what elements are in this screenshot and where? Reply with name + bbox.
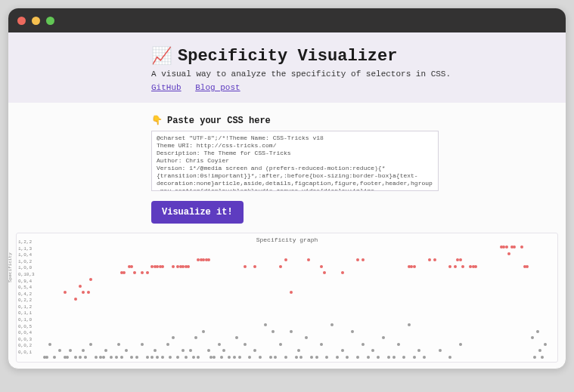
data-point (213, 356, 216, 359)
data-point (238, 356, 241, 359)
y-tick: 0,10,3 (18, 271, 35, 276)
hero-links: GitHub Blog post (151, 83, 469, 92)
data-point (125, 349, 128, 352)
y-tick: 1,0,4 (18, 252, 32, 258)
paste-label: 👇 Paste your CSS here (151, 115, 469, 126)
data-point (397, 343, 400, 346)
data-point (89, 278, 92, 281)
data-point (87, 291, 90, 294)
y-tick: 0,5,4 (18, 285, 32, 290)
point-down-icon: 👇 (151, 115, 163, 126)
data-point (454, 265, 457, 268)
data-point (253, 265, 256, 268)
data-point (192, 356, 195, 359)
github-link[interactable]: GitHub (151, 83, 182, 92)
data-point (259, 356, 262, 359)
maximize-icon[interactable] (46, 17, 54, 25)
data-point (123, 271, 126, 274)
data-point (102, 356, 105, 359)
data-point (290, 291, 293, 294)
data-point (154, 349, 157, 352)
data-point (290, 330, 293, 333)
data-point (371, 349, 374, 352)
data-point (361, 258, 365, 261)
data-point (146, 356, 149, 359)
data-point (461, 265, 464, 268)
y-tick: 0,4,2 (18, 291, 32, 296)
data-point (356, 356, 359, 359)
data-point (428, 258, 431, 261)
data-point (269, 356, 272, 359)
data-point (323, 271, 326, 274)
data-point (207, 258, 210, 261)
data-point (95, 356, 98, 359)
data-point (507, 252, 510, 255)
data-point (120, 356, 123, 359)
visualize-button[interactable]: Visualize it! (151, 201, 244, 224)
data-point (48, 343, 51, 346)
data-point (218, 343, 221, 346)
data-point (402, 356, 405, 359)
data-point (79, 285, 82, 288)
data-point (538, 349, 541, 352)
data-point (161, 356, 164, 359)
close-icon[interactable] (17, 17, 26, 25)
data-point (320, 343, 323, 346)
blogpost-link[interactable]: Blog post (195, 83, 240, 92)
data-point (248, 356, 251, 359)
data-point (82, 349, 85, 352)
data-point (135, 356, 138, 359)
y-tick: 0,1,0 (18, 317, 32, 323)
data-point (74, 356, 77, 359)
data-point (197, 356, 200, 359)
data-point (172, 265, 175, 268)
data-point (367, 356, 370, 359)
data-point (53, 356, 56, 359)
data-point (235, 336, 238, 339)
data-point (531, 336, 534, 339)
data-point (220, 356, 223, 359)
data-point (346, 356, 349, 359)
y-tick: 1,2,2 (18, 239, 32, 245)
data-point (536, 330, 539, 333)
data-point (533, 356, 536, 359)
data-point (307, 258, 310, 261)
y-tick: 1,0,0 (18, 265, 32, 270)
y-tick: 0,1,2 (18, 304, 32, 309)
data-point (315, 356, 318, 359)
data-point (202, 330, 205, 333)
chart-section: Specificity graph Specificity 0,0,10,0,2… (8, 224, 566, 369)
data-point (448, 265, 451, 268)
data-point (377, 356, 380, 359)
data-point (284, 258, 287, 261)
data-point (325, 356, 328, 359)
data-point (222, 349, 225, 352)
data-point (392, 356, 396, 359)
y-tick: 0,0,1 (18, 350, 32, 355)
data-point (161, 265, 164, 268)
data-point (361, 343, 365, 346)
data-point (176, 356, 179, 359)
data-point (271, 330, 275, 333)
data-point (150, 356, 154, 359)
data-point (341, 271, 344, 274)
data-point (351, 330, 354, 333)
data-point (295, 356, 298, 359)
data-point (169, 356, 172, 359)
y-axis-label: Specificity (8, 252, 13, 282)
data-point (172, 336, 175, 339)
data-point (526, 265, 529, 268)
data-point (66, 356, 69, 359)
hero-section: 📈 Specificity Visualizer A visual way to… (8, 32, 566, 103)
data-point (130, 356, 133, 359)
minimize-icon[interactable] (32, 17, 40, 25)
data-point (185, 356, 188, 359)
data-point (330, 323, 334, 326)
css-input[interactable] (151, 131, 439, 191)
data-point (69, 349, 72, 352)
data-point (207, 349, 210, 352)
data-point (382, 336, 385, 339)
data-point (439, 349, 442, 352)
data-point (448, 356, 451, 359)
y-tick: 0,0,5 (18, 323, 32, 329)
